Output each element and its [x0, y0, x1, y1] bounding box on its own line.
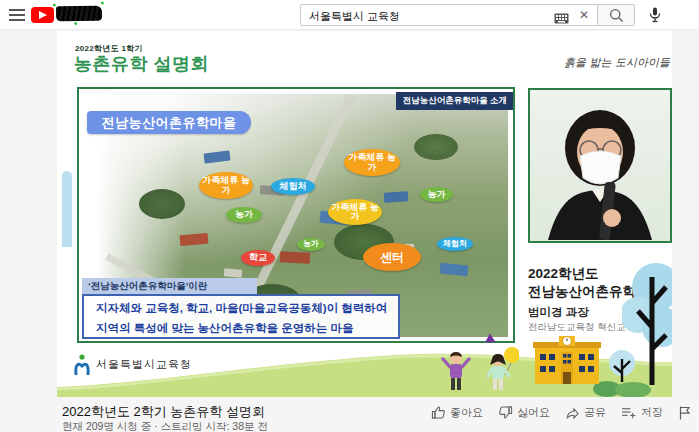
share-label: 공유: [584, 405, 606, 420]
roof-shape: [180, 233, 209, 246]
keyboard-icon[interactable]: [554, 10, 569, 28]
playlist-add-icon: [621, 405, 637, 420]
menu-icon[interactable]: [9, 9, 25, 21]
village-bubble: 농가: [297, 238, 325, 251]
tree-blob: [414, 134, 458, 160]
search-query: 서울특별시 교육청: [309, 9, 400, 24]
video-stats: 현재 209명 시청 중 · 스트리밍 시작: 38분 전: [62, 420, 268, 432]
village-bubble: 가족체류 농가: [199, 172, 253, 199]
dislike-label: 싫어요: [517, 405, 550, 420]
org-logo-text: 서울특별시교육청: [96, 357, 192, 372]
roof-shape: [224, 268, 243, 278]
like-button[interactable]: 좋아요: [431, 405, 483, 420]
roof-shape: [384, 191, 409, 203]
clear-search-icon[interactable]: ✕: [579, 8, 589, 22]
speaker-year: 2022학년도: [528, 265, 599, 283]
redacted-channel-name: [56, 6, 102, 22]
video-player[interactable]: 2022학년도 1학기 농촌유학 설명회 흙을 밟는 도시아이들 가족체류 농가…: [57, 31, 672, 397]
roof-shape: [280, 251, 311, 264]
dislike-button[interactable]: 싫어요: [498, 405, 550, 420]
search-button[interactable]: [598, 4, 635, 26]
org-logo: 서울특별시교육청: [73, 353, 192, 375]
youtube-logo-icon[interactable]: [31, 7, 54, 23]
seoul-edu-logo-icon: [73, 354, 91, 375]
youtube-header: 서울특별시 교육청 ✕: [0, 0, 699, 30]
speaker-name: 범미경 과장: [528, 305, 589, 320]
video-title: 2022학년도 2학기 농촌유학 설명회: [62, 403, 265, 421]
search-icon: [609, 8, 624, 23]
definition-box: 지자체와 교육청, 학교, 마을(마을교육공동체)이 협력하여 지역의 특성에 …: [82, 294, 400, 339]
roof-shape: [203, 150, 230, 163]
village-title-pill: 전남농산어촌유학마을: [87, 111, 251, 134]
search-input[interactable]: 서울특별시 교육청 ✕: [300, 4, 598, 26]
village-bubble: 가족체류 농가: [344, 149, 400, 176]
slide-title: 농촌유학 설명회: [74, 52, 209, 76]
village-bubble: 농가: [226, 207, 262, 223]
tree-blob: [139, 189, 185, 219]
village-bubble: 가족체류 농가: [328, 199, 382, 225]
speaker-webcam-panel: [528, 88, 672, 243]
decorative-blue-strip: [62, 171, 72, 247]
report-button[interactable]: [678, 405, 691, 420]
definition-tab: ‘전남농산어촌유학마을’이란: [82, 278, 257, 294]
like-label: 좋아요: [450, 405, 483, 420]
share-button[interactable]: 공유: [565, 405, 606, 420]
child-with-balloon: [485, 343, 519, 395]
child-waving: [441, 349, 471, 393]
thumbs-down-icon: [498, 405, 513, 420]
mic-icon[interactable]: [644, 4, 666, 26]
village-intro-panel: 가족체류 농가체험처농가가족체류 농가농가가족체류 농가농가학교센터체험처 전남…: [77, 87, 515, 343]
school-illustration: [533, 334, 601, 386]
village-bubble: 학교: [241, 250, 275, 266]
thumbs-up-icon: [431, 405, 446, 420]
save-button[interactable]: 저장: [621, 405, 663, 420]
share-icon: [565, 405, 580, 420]
definition-line-2: 지역의 특성에 맞는 농산어촌유학을 운영하는 마을: [96, 318, 398, 338]
action-bar: 좋아요 싫어요 공유 저장: [431, 405, 691, 420]
roof-shape: [440, 263, 469, 277]
village-bubble: 체험처: [437, 237, 473, 251]
village-bubble: 체험처: [271, 178, 315, 195]
village-bubble: 농가: [420, 187, 453, 202]
watch-info-bar: 2022학년도 2학기 농촌유학 설명회 현재 209명 시청 중 · 스트리밍…: [0, 397, 699, 432]
village-bubble: 센터: [363, 243, 421, 271]
slide-corner-tab: 전남농산어촌유학마을 소개: [396, 92, 513, 110]
bush: [593, 375, 653, 397]
save-label: 저장: [641, 405, 663, 420]
slide-slogan-handwriting: 흙을 밟는 도시아이들: [525, 55, 670, 70]
definition-line-1: 지자체와 교육청, 학교, 마을(마을교육공동체)이 협력하여: [96, 298, 398, 318]
speaker-person: [530, 90, 669, 240]
flag-icon: [678, 405, 691, 420]
